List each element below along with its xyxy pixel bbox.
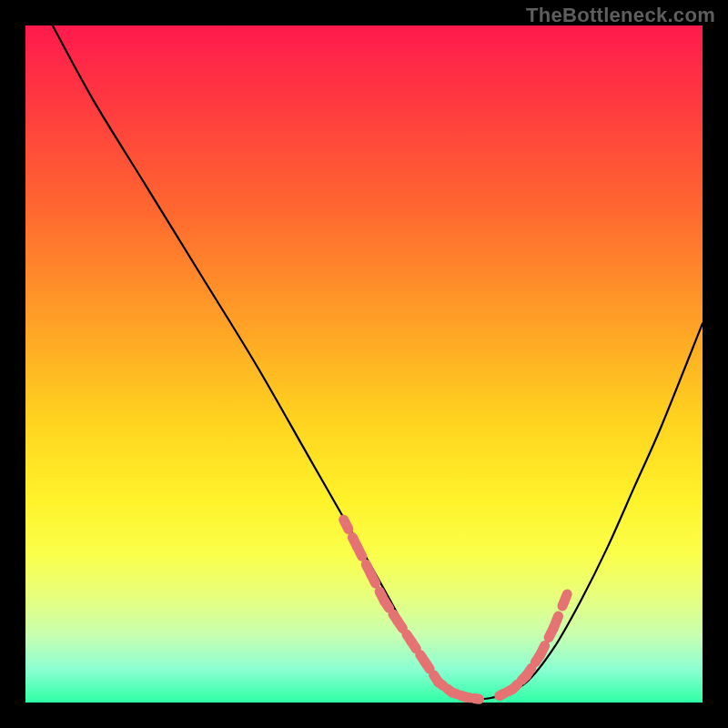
highlight-dash [553, 616, 558, 628]
watermark-label: TheBottleneck.com [526, 4, 715, 27]
highlight-dash [513, 684, 518, 689]
highlight-dash [411, 642, 416, 649]
highlight-dash [425, 662, 430, 669]
highlight-dash [358, 547, 362, 556]
highlight-dash [452, 693, 457, 694]
highlight-dash [439, 682, 443, 686]
highlight-dash [500, 693, 504, 696]
chart-frame: TheBottleneck.com [0, 0, 728, 728]
curve-layer [25, 25, 703, 703]
highlight-range-right [500, 594, 567, 696]
highlight-range-left [344, 520, 480, 699]
highlight-dash [540, 646, 544, 655]
highlight-dash [384, 601, 389, 608]
highlight-dash [398, 622, 402, 629]
highlight-dash [370, 574, 375, 583]
highlight-dash [344, 520, 349, 529]
highlight-dash [562, 594, 567, 606]
highlight-dash [474, 698, 479, 699]
highlight-dash [527, 668, 531, 675]
